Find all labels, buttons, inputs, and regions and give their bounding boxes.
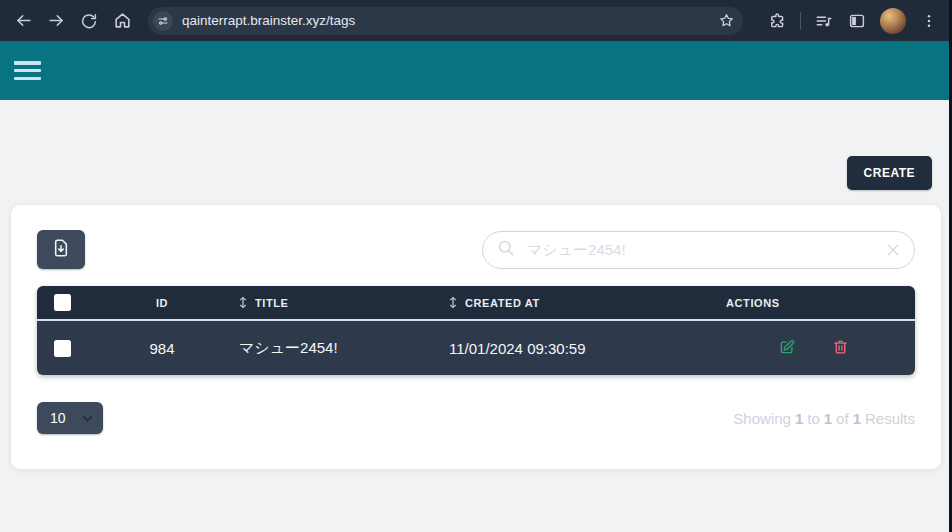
search-box <box>482 231 915 269</box>
reload-icon[interactable] <box>74 6 104 36</box>
search-icon <box>496 238 516 262</box>
extensions-icon[interactable] <box>762 6 792 36</box>
profile-avatar[interactable] <box>880 8 906 34</box>
browser-toolbar: qainterrapt.brainster.xyz/tags <box>0 0 952 41</box>
file-download-icon <box>50 237 72 262</box>
table-row: 984 マシュー2454! 11/01/2024 09:30:59 <box>37 321 915 375</box>
page-size-value: 10 <box>50 410 66 426</box>
page-size-select[interactable]: 10 <box>37 402 103 434</box>
row-title: マシュー2454! <box>237 339 447 358</box>
hamburger-menu-icon[interactable] <box>14 61 41 80</box>
export-button[interactable] <box>37 230 85 269</box>
edit-pencil-icon <box>778 338 796 359</box>
column-header-title[interactable]: TITLE <box>237 296 447 309</box>
bookmark-star-icon[interactable] <box>713 8 739 34</box>
row-checkbox[interactable] <box>54 340 71 357</box>
tags-table: ID TITLE CREATED AT ACTIONS 984 <box>37 286 915 375</box>
trash-icon <box>832 338 849 359</box>
sort-title-icon[interactable] <box>238 296 248 309</box>
clear-search-icon[interactable] <box>885 242 901 258</box>
back-icon[interactable] <box>8 6 38 36</box>
home-icon[interactable] <box>107 6 137 36</box>
select-all-checkbox[interactable] <box>54 294 71 311</box>
results-total: 1 <box>853 410 861 427</box>
site-settings-icon[interactable] <box>153 11 173 31</box>
results-from: 1 <box>795 410 803 427</box>
column-header-actions: ACTIONS <box>712 297 915 309</box>
app-header <box>0 41 952 100</box>
tags-card: ID TITLE CREATED AT ACTIONS 984 <box>10 204 942 470</box>
create-button[interactable]: CREATE <box>847 156 932 190</box>
row-created-at: 11/01/2024 09:30:59 <box>447 340 712 357</box>
row-id: 984 <box>87 340 237 357</box>
column-header-id: ID <box>87 297 237 309</box>
column-header-created-at[interactable]: CREATED AT <box>447 296 712 309</box>
side-panel-icon[interactable] <box>842 6 872 36</box>
chevron-down-icon <box>80 411 95 426</box>
sort-created-at-icon[interactable] <box>448 296 458 309</box>
search-input[interactable] <box>525 240 876 259</box>
forward-icon[interactable] <box>41 6 71 36</box>
url-text: qainterrapt.brainster.xyz/tags <box>182 13 713 28</box>
table-header-row: ID TITLE CREATED AT ACTIONS <box>37 286 915 321</box>
results-summary: Showing 1 to 1 of 1 Results <box>733 410 915 427</box>
media-controls-icon[interactable] <box>809 6 839 36</box>
url-bar[interactable]: qainterrapt.brainster.xyz/tags <box>148 7 743 35</box>
browser-menu-icon[interactable] <box>914 6 944 36</box>
delete-button[interactable] <box>832 338 849 359</box>
results-to: 1 <box>824 410 832 427</box>
edit-button[interactable] <box>778 338 796 359</box>
tags-page: CREATE ID <box>0 100 952 470</box>
toolbar-divider <box>800 12 801 30</box>
